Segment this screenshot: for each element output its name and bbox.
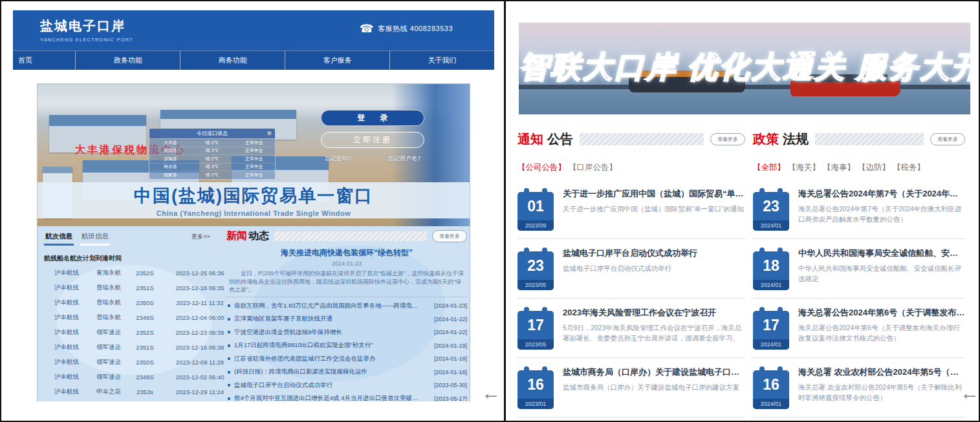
- hatch-decoration: [274, 231, 427, 241]
- news-item-date: [2023-05-30]: [424, 382, 467, 388]
- schedule-tab[interactable]: 航班信息: [80, 230, 110, 246]
- policies-filter-tab[interactable]: 【海关】: [788, 163, 820, 172]
- ship-cell: 申丰之花: [89, 388, 128, 396]
- table-row[interactable]: 沪丰航线 领军速达 2351S 2023-12-16 06:38: [44, 340, 238, 355]
- list-item[interactable]: 京津冀地区首架车厘子直航快线开通 [2024-01-22]: [226, 313, 467, 326]
- table-row[interactable]: 沪丰航线 领军速达 2350S 2023-12-09 11:28: [44, 355, 238, 370]
- single-window-title-en: China (Yancheng) International Trade Sin…: [157, 209, 351, 217]
- register-button[interactable]: 立即注册: [321, 132, 424, 148]
- calendar-yearmonth: 2023/01: [517, 399, 554, 409]
- login-button[interactable]: 登 录: [321, 110, 424, 126]
- calendar-yearmonth: 2024/01: [753, 220, 789, 231]
- route-cell: 沪丰航线: [44, 343, 89, 352]
- back-arrow-icon[interactable]: ←: [960, 383, 979, 403]
- schedule-column-header: 航线: [44, 254, 57, 263]
- voyage-cell: 2349S: [128, 314, 162, 321]
- policies-filter-tab[interactable]: 【边防】: [858, 163, 890, 172]
- news-item-title: 宁波空港进出境全货机连续9年保持增长: [234, 328, 424, 337]
- table-row[interactable]: 沪丰航线 领军速达 2349S 2023-12-02 06:40: [44, 370, 238, 385]
- policies-filter-tab[interactable]: 【海事】: [823, 163, 855, 172]
- news-item-date: [2023-05-17]: [424, 396, 467, 401]
- bullet-icon: [228, 331, 230, 333]
- table-row[interactable]: 沪丰航线 领军速达 2352S 2023-12-23 06:39: [44, 325, 238, 340]
- gear-icon[interactable]: ⚙: [267, 131, 272, 136]
- table-row[interactable]: 沪丰航线 普瑞永航 2349S 2023-12-04 06:00: [44, 310, 238, 325]
- port-name: 滨海港: [149, 156, 191, 162]
- list-item[interactable]: 1月17日起跨境电商9810出口税款实现全国“秒支付” [2024-01-19]: [226, 339, 467, 353]
- featured-news-date: 2024-01-23: [226, 260, 467, 267]
- bullet-icon: [228, 397, 230, 400]
- port-operation-status: 正常作业: [233, 164, 275, 170]
- policy-text: 海关总署公告2024年第7号（关于2024年自澳大利亚进口两… 海关总署公告20…: [798, 187, 965, 231]
- news-item-title: 1月17日起跨境电商9810出口税款实现全国“秒支付”: [234, 341, 424, 350]
- calendar-date-icon: 17 2024/01: [753, 307, 789, 350]
- policies-filter-tab[interactable]: 【全部】: [753, 163, 785, 172]
- site-logo[interactable]: 盐城电子口岸 YANCHENG ELECTRONIC PORT: [40, 17, 133, 43]
- news-item-title: 盐城电子口岸平台启动仪式成功举行: [234, 381, 424, 390]
- list-item[interactable]: 01 2023/09 关于进一步推广应用中国（盐城）国际贸易“单一窗口”的通 关…: [517, 180, 745, 239]
- table-row[interactable]: 沪丰航线 黄海永航 2352S 2023-12-25 06:36: [44, 266, 238, 280]
- hatch-decoration: [815, 133, 924, 145]
- port-operation-status: 正常作业: [233, 140, 275, 146]
- table-row[interactable]: 沪丰航线 普瑞永航 2350S 2023-12-11 11:32: [44, 295, 238, 310]
- list-item[interactable]: 23 2024/01 海关总署公告2024年第7号（关于2024年自澳大利亚进口…: [753, 180, 965, 239]
- voyage-cell: 2353s: [128, 388, 162, 396]
- list-item[interactable]: 盐城电子口岸平台启动仪式成功举行 [2023-05-30]: [226, 379, 467, 392]
- list-item[interactable]: (科技日报)：跨境电商出口新渠道实现规模化运作 [2024-01-18]: [226, 366, 467, 379]
- ship-cell: 普瑞永航: [89, 313, 128, 322]
- policy-description: 海关总署 农业农村部公告2024年第5号（关于解除比利时非洲猪瘟疫情禁令的公告）: [798, 383, 965, 403]
- table-row[interactable]: 沪丰航线 申丰之花 2353s 2023-12-29 11:24: [44, 385, 238, 399]
- policy-text: 中华人民共和国海事局安全诚信船舶、安全诚信船长评选规定 中华人民共和国海事局安全…: [798, 246, 965, 290]
- bullet-icon: [228, 371, 230, 374]
- list-item[interactable]: 16 2023/01 盐城市商务局（口岸办）关于建设盐城电子口岸的建设方案 盐城…: [517, 358, 745, 417]
- list-item[interactable]: 18 2024/01 中华人民共和国海事局安全诚信船舶、安全诚信船长评选规定 中…: [753, 239, 965, 299]
- calendar-body: 23 2023/05: [517, 251, 554, 290]
- featured-news-title[interactable]: 海关推进电商快递包装循环“绿色转型”: [226, 248, 467, 258]
- list-item[interactable]: 23 2023/05 盐城电子口岸平台启动仪式成功举行 盐城电子口岸平台启动仪式…: [517, 239, 745, 299]
- notices-filter-tab[interactable]: 【公司公告】: [517, 163, 566, 172]
- list-item[interactable]: 17 2023/05 2023年海关风险管理工作会议在宁波召开 5月9日，202…: [517, 299, 745, 358]
- ship-cell: 领军速达: [89, 343, 128, 352]
- nav-item[interactable]: 商务功能: [180, 51, 285, 70]
- notice-description: 5月9日，2023年海关风险管理工作会议在宁波召开，海关总署副署长、党委委员孙玉…: [563, 323, 745, 343]
- list-item[interactable]: 借助互联网，去年1.83万亿元产品由我国跑向世界各地——跨境电商出口增长19.6…: [226, 299, 467, 313]
- port-name: 响水港: [149, 164, 191, 170]
- policies-filter-tab[interactable]: 【税务】: [893, 163, 925, 172]
- schedule-table: 航线船名航次计划到港时间 沪丰航线 黄海永航 2352S 2023-12-25 …: [44, 251, 238, 399]
- forgot-username-link[interactable]: 忘记用户名?: [388, 154, 420, 163]
- policies-title-red: 政策: [753, 131, 779, 148]
- nav-item[interactable]: 政务功能: [75, 51, 180, 70]
- list-item[interactable]: 前4个月我对中亚五国进出口增长近4成 4月当月进出口值首次突破500亿元 [20…: [226, 392, 467, 402]
- list-item[interactable]: 17 2024/01 海关总署公告2024年第6号（关于调整发布海关办理行政复议…: [753, 299, 965, 358]
- news-title-black: 动态: [248, 229, 269, 243]
- list-item[interactable]: 江苏省驻海外侨团代表团盐城行工作交流会在盐举办 [2024-01-18]: [226, 352, 467, 366]
- schedule-tab[interactable]: 航次信息: [44, 230, 74, 246]
- schedule-more-link[interactable]: 更多>>: [191, 233, 210, 241]
- nav-item[interactable]: 关于我们: [389, 51, 494, 70]
- news-more-button[interactable]: 查看更多: [432, 230, 467, 242]
- port-name: 陈家港: [149, 172, 191, 178]
- port-operation-status: 正常作业: [233, 172, 275, 178]
- notice-text: 2023年海关风险管理工作会议在宁波召开 5月9日，2023年海关风险管理工作会…: [563, 306, 745, 350]
- nav-item[interactable]: 客户服务: [285, 51, 389, 70]
- bullet-icon: [228, 357, 230, 360]
- schedule-section: 航次信息航班信息 更多>> 航线船名航次计划到港时间 沪丰航线 黄海永航 235…: [44, 230, 238, 399]
- policy-description: 中华人民共和国海事局安全诚信船舶、安全诚信船长评选规定: [798, 264, 965, 284]
- news-item-title: (科技日报)：跨境电商出口新渠道实现规模化运作: [234, 368, 424, 376]
- nav-item[interactable]: 首页: [13, 51, 75, 70]
- list-item[interactable]: 宁波空港进出境全货机连续9年保持增长 [2024-01-22]: [226, 326, 467, 339]
- policies-more-button[interactable]: 查看更多: [930, 133, 965, 145]
- notices-filter-tab[interactable]: 【口岸公告】: [569, 163, 617, 172]
- notices-more-button[interactable]: 查看更多: [710, 133, 745, 145]
- table-row[interactable]: 沪丰航线 普瑞永航 2351S 2023-12-18 06:35: [44, 280, 238, 295]
- policy-text: 海关总署公告2024年第6号（关于调整发布海关办理行政复议… 海关总署公告202…: [798, 306, 965, 350]
- slogan-banner: 智联大口岸 优化大通关 服务大开放: [519, 23, 970, 114]
- port-status-row: 滨海港 晴 2℃ 正常作业: [149, 154, 275, 163]
- screenshot-stage: 盐城电子口岸 YANCHENG ELECTRONIC PORT ☎ 客服热线 4…: [0, 0, 980, 422]
- back-arrow-icon[interactable]: ←: [481, 383, 501, 403]
- calendar-body: 16 2024/01: [753, 370, 789, 409]
- port-status-row: 大丰港 晴 2℃ 正常作业: [149, 138, 275, 147]
- list-item[interactable]: 16 2024/01 海关总署 农业农村部公告2024年第5号（关于解除比利时非…: [753, 358, 965, 417]
- forgot-password-link[interactable]: 忘记密码?: [325, 154, 351, 163]
- calendar-body: 18 2024/01: [753, 251, 789, 290]
